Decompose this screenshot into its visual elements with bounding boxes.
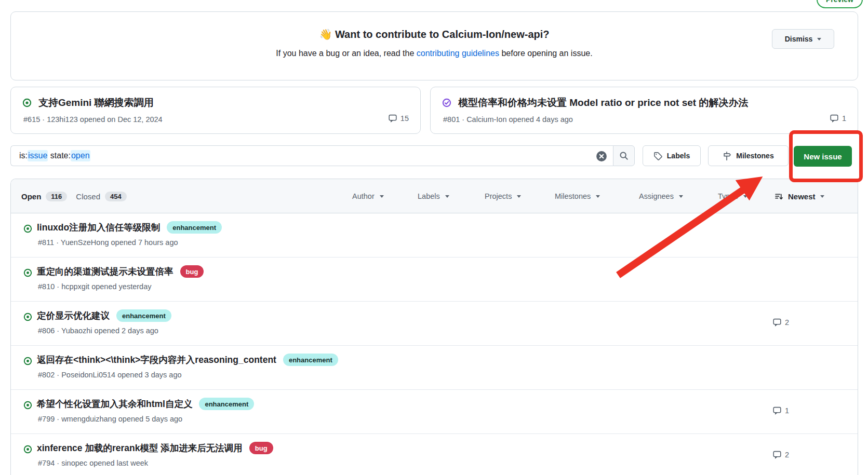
label-bug[interactable]: bug [180,265,204,278]
pinned-issue-card[interactable]: 支持Gemini 聯網搜索調用 #615 · 123hi123 opened o… [10,87,421,134]
issue-row[interactable]: 返回存在<think><\think>字段内容并入reasoning_conte… [11,346,858,390]
search-bar: is:issue state:open [10,145,635,166]
tab-closed[interactable]: Closed 454 [76,192,126,201]
labels-button[interactable]: Labels [643,145,701,166]
open-issue-icon [22,98,32,107]
filter-labels[interactable]: Labels [418,179,449,213]
issue-meta: #806 · Yubaozhi opened 2 days ago [38,327,158,335]
issue-row[interactable]: 重定向的渠道测试提示未设置倍率 bug #810 · hcppxgit open… [11,257,858,302]
open-issue-icon [23,445,32,454]
search-input[interactable]: is:issue state:open [10,145,613,166]
pinned-issue-title[interactable]: 支持Gemini 聯網搜索調用 [38,96,154,110]
issue-row[interactable]: linuxdo注册加入信任等级限制 enhancement #811 · Yue… [11,213,858,257]
chevron-down-icon [820,195,824,198]
milestones-button[interactable]: Milestones [708,145,789,166]
wave-emoji-icon: 👋 [319,29,332,40]
banner-subtitle: If you have a bug or an idea, read the c… [11,49,858,58]
pinned-issue-meta: #615 · 123hi123 opened on Dec 12, 2024 [23,115,163,124]
pinned-issue-card[interactable]: 模型倍率和价格均未设置 Model ratio or price not set… [430,87,858,134]
issue-meta: #810 · hcppxgit opened yesterday [38,282,151,291]
comment-icon [773,318,781,327]
filter-milestones[interactable]: Milestones [555,179,600,213]
filter-assignees[interactable]: Assignees [639,179,683,213]
comment-count[interactable]: 2 [773,318,789,327]
x-circle-icon [596,151,607,162]
chevron-down-icon [445,195,449,198]
label-enhancement[interactable]: enhancement [116,309,171,322]
search-icon [619,151,629,160]
chevron-down-icon [679,195,683,198]
issues-list-header: Open 116 Closed 454 Author Labels Projec… [11,179,858,213]
filter-projects[interactable]: Projects [485,179,521,213]
comment-icon [389,114,397,123]
comment-count[interactable]: 1 [773,406,789,415]
open-issue-icon [23,224,32,233]
issue-title[interactable]: 希望个性化设置加入其余和html自定义 [37,398,192,410]
search-token-issue: issue [28,150,48,161]
issue-title[interactable]: 重定向的渠道测试提示未设置倍率 [37,265,173,278]
comment-icon [773,451,781,459]
contribute-banner: 👋 Want to contribute to Calcium-Ion/new-… [10,11,858,80]
closed-issue-icon [442,98,451,107]
issue-title[interactable]: linuxdo注册加入信任等级限制 [37,221,160,234]
sort-desc-icon [774,192,783,201]
github-issues-page: Preview 👋 Want to contribute to Calcium-… [0,0,868,475]
open-issue-icon [23,401,32,410]
contributing-guidelines-link[interactable]: contributing guidelines [417,49,499,58]
issues-list: Open 116 Closed 454 Author Labels Projec… [10,179,858,475]
tag-icon [653,152,662,160]
filter-author[interactable]: Author [352,179,384,213]
new-issue-button[interactable]: New issue [794,146,852,167]
chevron-down-icon [380,195,384,198]
tab-open[interactable]: Open 116 [21,192,67,201]
comment-icon [773,406,781,415]
issue-meta: #794 · sinopec opened last week [38,459,148,467]
open-count-badge: 116 [46,192,67,201]
label-enhancement[interactable]: enhancement [167,221,222,234]
issue-title[interactable]: 返回存在<think><\think>字段内容并入reasoning_conte… [37,354,276,366]
label-bug[interactable]: bug [249,442,273,454]
issue-row[interactable]: 希望个性化设置加入其余和html自定义 enhancement #799 · w… [11,390,858,434]
comment-count[interactable]: 15 [389,114,409,123]
chevron-down-icon [817,38,821,40]
dismiss-button[interactable]: Dismiss [772,29,834,49]
pinned-issue-title[interactable]: 模型倍率和价格均未设置 Model ratio or price not set… [458,96,748,110]
issue-title[interactable]: 定价显示优化建议 [37,309,110,322]
search-token-open: open [71,150,90,161]
issue-meta: #802 · PoseidonLi0514 opened 3 days ago [38,371,182,379]
issue-title[interactable]: xinference 加载的rerank模型 添加进来后无法调用 [37,442,243,454]
open-issue-icon [23,268,32,277]
chevron-down-icon [517,195,521,198]
issue-meta: #811 · YuenSzeHong opened 7 hours ago [38,238,178,247]
open-issue-icon [23,357,32,365]
filter-types[interactable]: Types [718,179,747,213]
preview-button[interactable]: Preview [817,0,863,8]
clear-search-button[interactable] [595,150,608,162]
chevron-down-icon [743,195,747,198]
issue-meta: #799 · wmengduizhang opened 5 days ago [38,415,182,423]
issue-row[interactable]: 定价显示优化建议 enhancement #806 · Yubaozhi ope… [11,302,858,346]
label-enhancement[interactable]: enhancement [283,354,338,366]
comment-count[interactable]: 1 [830,114,846,123]
issue-row[interactable]: xinference 加载的rerank模型 添加进来后无法调用 bug #79… [11,434,858,475]
milestone-icon [723,152,731,160]
banner-title: 👋 Want to contribute to Calcium-Ion/new-… [11,28,858,40]
closed-count-badge: 454 [105,192,127,201]
label-enhancement[interactable]: enhancement [199,398,254,410]
pinned-issue-meta: #801 · Calcium-Ion opened 4 days ago [443,115,573,124]
sort-control[interactable]: Newest [774,179,824,213]
comment-icon [830,114,838,123]
chevron-down-icon [596,195,600,198]
search-submit-button[interactable] [613,145,635,166]
open-issue-icon [23,313,32,321]
comment-count[interactable]: 2 [773,451,789,459]
